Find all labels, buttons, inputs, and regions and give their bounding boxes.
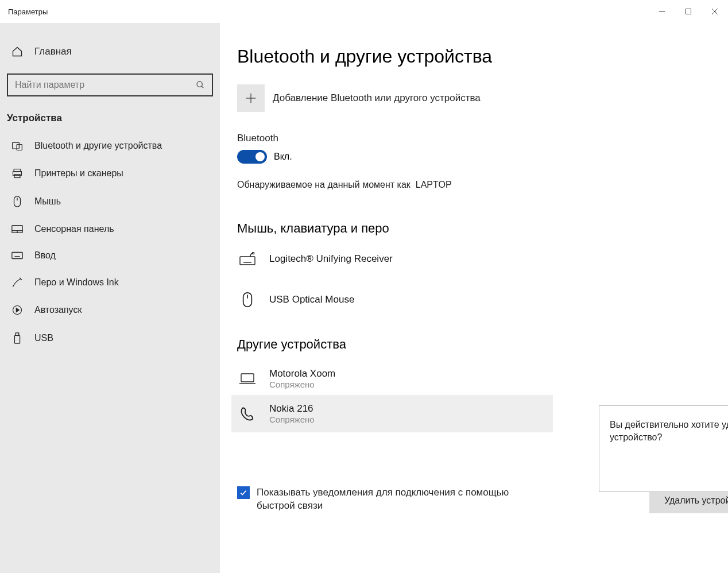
bluetooth-label: Bluetooth: [237, 133, 728, 144]
minimize-button[interactable]: [649, 2, 675, 21]
search-wrap: [7, 73, 213, 96]
keyboard-icon: [10, 251, 24, 260]
window-title: Параметры: [8, 7, 48, 16]
add-device-row[interactable]: Добавление Bluetooth или другого устройс…: [237, 84, 728, 112]
printer-icon: [10, 168, 24, 179]
nav-item-printers[interactable]: Принтеры и сканеры: [0, 160, 220, 187]
device-status: Сопряжено: [269, 415, 315, 424]
sidebar: Главная Устройства Bluetooth и другие ус…: [0, 23, 220, 573]
svg-rect-6: [13, 142, 20, 149]
nav-item-label: Сенсорная панель: [34, 224, 114, 234]
devices-icon: [10, 140, 24, 152]
laptop-icon: [237, 372, 258, 386]
device-row[interactable]: Logitech® Unifying Receiver: [237, 246, 728, 272]
nav-item-label: Мышь: [34, 196, 61, 207]
svg-rect-24: [16, 333, 19, 336]
nav-item-label: Перо и Windows Ink: [34, 277, 119, 288]
nav-item-pen[interactable]: Перо и Windows Ink: [0, 269, 220, 296]
nav-item-bluetooth[interactable]: Bluetooth и другие устройства: [0, 132, 220, 160]
svg-line-5: [202, 86, 203, 88]
maximize-button[interactable]: [675, 2, 702, 21]
main-content: Bluetooth и другие устройства Добавление…: [220, 23, 728, 573]
phone-icon: [237, 406, 258, 422]
device-row-selected[interactable]: Nokia 216 Сопряжено: [231, 395, 553, 432]
sidebar-category: Устройства: [0, 107, 220, 132]
device-name: Logitech® Unifying Receiver: [269, 253, 393, 265]
usb-icon: [10, 332, 24, 344]
nav-item-typing[interactable]: Ввод: [0, 242, 220, 269]
svg-marker-23: [16, 308, 19, 312]
titlebar: Параметры: [0, 0, 728, 23]
page-title: Bluetooth и другие устройства: [237, 46, 728, 67]
keyboard-device-icon: [237, 252, 258, 266]
search-input[interactable]: [7, 73, 213, 96]
nav-item-label: Принтеры и сканеры: [34, 168, 123, 179]
touchpad-icon: [10, 224, 24, 234]
section-other-header: Другие устройства: [237, 337, 728, 352]
bluetooth-toggle-state: Вкл.: [274, 152, 292, 162]
pen-icon: [10, 277, 24, 288]
svg-rect-28: [240, 257, 255, 265]
nav-home-label: Главная: [34, 46, 72, 57]
dialog-text: Вы действительно хотите удалить это устр…: [610, 419, 728, 443]
nav-item-label: Ввод: [34, 250, 56, 261]
close-button[interactable]: [702, 2, 728, 21]
svg-rect-38: [241, 374, 254, 382]
svg-rect-25: [14, 335, 20, 343]
nav-item-mouse[interactable]: Мышь: [0, 187, 220, 216]
device-name: USB Optical Mouse: [269, 294, 354, 305]
add-device-button[interactable]: [237, 84, 265, 112]
svg-rect-16: [12, 253, 22, 259]
nav-item-label: Автозапуск: [34, 305, 82, 315]
svg-point-4: [197, 82, 202, 87]
nav-item-touchpad[interactable]: Сенсорная панель: [0, 216, 220, 242]
svg-rect-1: [686, 9, 691, 14]
nav-item-label: USB: [34, 333, 53, 343]
device-name: Nokia 216: [269, 403, 315, 415]
autoplay-icon: [10, 304, 24, 316]
confirm-dialog: Вы действительно хотите удалить это устр…: [599, 405, 728, 492]
section-input-header: Мышь, клавиатура и перо: [237, 221, 728, 236]
checkbox-checked-icon[interactable]: [237, 486, 250, 499]
device-row[interactable]: Motorola Xoom Сопряжено: [237, 362, 728, 395]
svg-rect-10: [14, 175, 20, 178]
nav-home[interactable]: Главная: [0, 40, 220, 63]
device-name: Motorola Xoom: [269, 368, 335, 380]
nav-item-autoplay[interactable]: Автозапуск: [0, 296, 220, 324]
nav-item-label: Bluetooth и другие устройства: [34, 141, 162, 151]
bluetooth-toggle[interactable]: [237, 150, 267, 164]
mouse-device-icon: [237, 291, 258, 308]
nav-item-usb[interactable]: USB: [0, 324, 220, 353]
svg-rect-8: [14, 169, 21, 172]
checkbox-label: Показывать уведомления для подключения с…: [257, 486, 532, 513]
home-icon: [10, 46, 24, 57]
add-device-label: Добавление Bluetooth или другого устройс…: [273, 92, 481, 104]
toggle-knob: [255, 152, 265, 161]
search-icon: [196, 80, 205, 90]
device-status: Сопряжено: [269, 380, 335, 389]
mouse-icon: [10, 195, 24, 208]
device-row[interactable]: USB Optical Mouse: [237, 285, 728, 314]
discoverable-text: Обнаруживаемое на данный момент как LAPT…: [237, 180, 728, 190]
